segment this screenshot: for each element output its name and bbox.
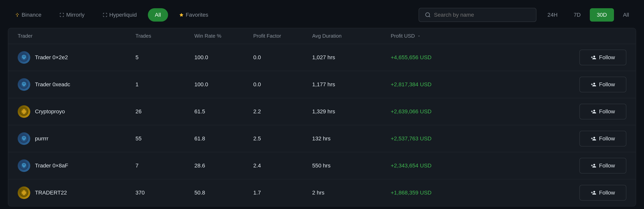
follow-icon	[591, 109, 596, 114]
follow-label: Follow	[599, 190, 615, 196]
top-bar: Binance Mirrorly Hyperliquid	[8, 4, 636, 28]
follow-button[interactable]: Follow	[580, 50, 626, 65]
follow-label: Follow	[599, 108, 615, 115]
mirrorly-icon	[60, 12, 64, 17]
profit-usd-value: +1,868,359 USD	[391, 190, 489, 196]
profit-usd-value: +2,537,763 USD	[391, 136, 489, 142]
profit-factor-value: 0.0	[253, 81, 312, 88]
follow-button[interactable]: Follow	[580, 104, 626, 119]
filter-mirrorly-label: Mirrorly	[66, 12, 84, 18]
trades-value: 1	[136, 81, 194, 88]
trades-value: 26	[136, 108, 194, 115]
avg-duration-value: 1,177 hrs	[312, 81, 391, 88]
table-row: purrrr 55 61.8 2.5 132 hrs +2,537,763 US…	[8, 125, 636, 152]
header-profit-factor: Profit Factor	[253, 33, 312, 39]
filter-mirrorly[interactable]: Mirrorly	[52, 8, 92, 21]
time-24h[interactable]: 24H	[540, 8, 564, 21]
table-body: Trader 0×2e2 5 100.0 0.0 1,027 hrs +4,65…	[8, 44, 636, 206]
star-icon	[179, 12, 184, 17]
filter-favorites-label: Favorites	[186, 12, 208, 18]
profit-usd-value: +2,817,384 USD	[391, 81, 489, 88]
avg-duration-value: 132 hrs	[312, 136, 391, 142]
search-input[interactable]	[434, 12, 530, 18]
avatar	[18, 187, 30, 199]
filter-favorites[interactable]: Favorites	[172, 8, 216, 21]
header-avg-duration: Avg Duration	[312, 33, 391, 39]
hyperliquid-icon	[103, 12, 108, 17]
filter-all-label: All	[155, 12, 161, 18]
search-box[interactable]	[418, 8, 536, 22]
time-all[interactable]: All	[616, 8, 636, 21]
follow-label: Follow	[599, 136, 615, 142]
trader-name: purrrr	[35, 136, 48, 142]
win-rate-value: 28.6	[194, 163, 253, 169]
trader-cell-2: Cryptoproyo	[18, 105, 136, 118]
win-rate-value: 61.5	[194, 108, 253, 115]
trader-cell-3: purrrr	[18, 132, 136, 145]
avg-duration-value: 1,027 hrs	[312, 54, 391, 61]
win-rate-value: 100.0	[194, 54, 253, 61]
follow-button[interactable]: Follow	[580, 131, 626, 147]
trader-name: Trader 0×2e2	[35, 54, 68, 61]
win-rate-value: 50.8	[194, 190, 253, 196]
follow-icon	[591, 82, 596, 87]
trader-cell-0: Trader 0×2e2	[18, 51, 136, 64]
svg-point-0	[426, 13, 430, 17]
table-header: Trader Trades Win Rate % Profit Factor A…	[8, 28, 636, 44]
avg-duration-value: 1,329 hrs	[312, 108, 391, 115]
avatar	[18, 159, 30, 172]
trader-name: Trader 0xeadc	[35, 81, 70, 88]
follow-label: Follow	[599, 54, 615, 61]
trader-cell-4: Trader 0×8aF	[18, 159, 136, 172]
follow-button[interactable]: Follow	[580, 158, 626, 174]
follow-button[interactable]: Follow	[580, 77, 626, 92]
avatar	[18, 78, 30, 91]
filter-hyperliquid-label: Hyperliquid	[109, 12, 137, 18]
trader-cell-1: Trader 0xeadc	[18, 78, 136, 91]
profit-usd-value: +4,655,656 USD	[391, 54, 489, 61]
profit-factor-value: 0.0	[253, 54, 312, 61]
follow-button[interactable]: Follow	[580, 185, 626, 201]
profit-factor-value: 2.2	[253, 108, 312, 115]
trader-name: TRADERT22	[35, 190, 67, 196]
time-30d[interactable]: 30D	[590, 8, 614, 21]
filters-right: 24H 7D 30D All	[418, 8, 636, 22]
follow-label: Follow	[599, 163, 615, 169]
table-row: TRADERT22 370 50.8 1.7 2 hrs +1,868,359 …	[8, 179, 636, 206]
traders-table: Trader Trades Win Rate % Profit Factor A…	[8, 28, 636, 207]
filter-all[interactable]: All	[148, 8, 168, 21]
profit-factor-value: 2.5	[253, 136, 312, 142]
filters-left: Binance Mirrorly Hyperliquid	[8, 8, 216, 21]
follow-icon	[591, 136, 596, 141]
header-trades: Trades	[136, 33, 194, 39]
profit-factor-value: 2.4	[253, 163, 312, 169]
table-row: Cryptoproyo 26 61.5 2.2 1,329 hrs +2,639…	[8, 98, 636, 125]
follow-icon	[591, 55, 596, 60]
follow-label: Follow	[599, 81, 615, 88]
trader-name: Cryptoproyo	[35, 108, 65, 115]
avatar	[18, 132, 30, 145]
trader-name: Trader 0×8aF	[35, 163, 68, 169]
binance-icon	[15, 12, 20, 17]
search-icon	[425, 12, 431, 18]
header-profit-usd[interactable]: Profit USD	[391, 33, 489, 39]
table-row: Trader 0xeadc 1 100.0 0.0 1,177 hrs +2,8…	[8, 71, 636, 98]
filter-hyperliquid[interactable]: Hyperliquid	[96, 8, 144, 21]
win-rate-value: 100.0	[194, 81, 253, 88]
follow-icon	[591, 163, 596, 168]
header-win-rate: Win Rate %	[194, 33, 253, 39]
profit-factor-value: 1.7	[253, 190, 312, 196]
trades-value: 370	[136, 190, 194, 196]
profit-usd-value: +2,343,654 USD	[391, 163, 489, 169]
avatar	[18, 105, 30, 118]
table-row: Trader 0×8aF 7 28.6 2.4 550 hrs +2,343,6…	[8, 152, 636, 179]
sort-desc-icon	[417, 34, 421, 38]
avatar	[18, 51, 30, 64]
filter-binance[interactable]: Binance	[8, 8, 48, 21]
time-7d[interactable]: 7D	[567, 8, 588, 21]
profit-usd-value: +2,639,066 USD	[391, 108, 489, 115]
header-trader: Trader	[18, 33, 136, 39]
time-filters: 24H 7D 30D All	[540, 8, 636, 21]
trader-cell-5: TRADERT22	[18, 187, 136, 199]
header-action	[489, 33, 626, 39]
